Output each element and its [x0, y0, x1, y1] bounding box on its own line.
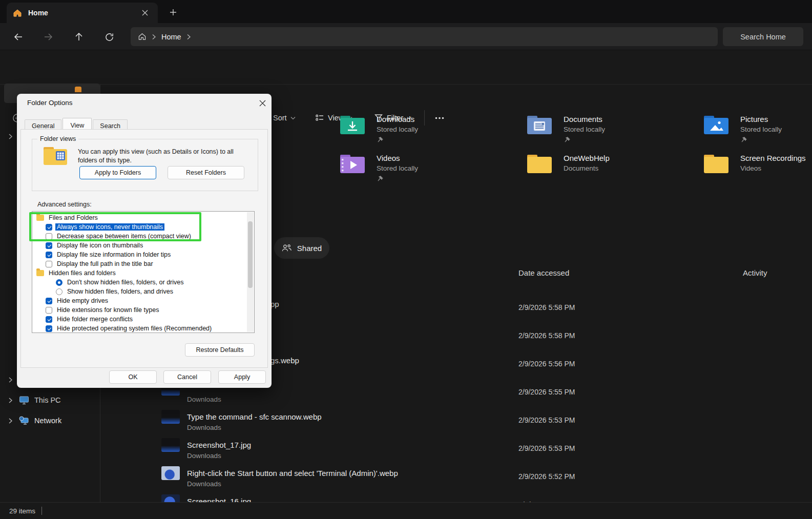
- monitor-icon: [19, 396, 29, 405]
- command-toolbar: New Sort View: [0, 50, 812, 85]
- sidebar-item-network[interactable]: Network: [7, 414, 97, 427]
- restore-defaults-button[interactable]: Restore Defaults: [185, 343, 255, 357]
- quick-access-tile-downloads[interactable]: DownloadsStored locally: [340, 115, 509, 143]
- file-date-accessed: 2/9/2026 5:53 PM: [518, 444, 575, 452]
- file-thumbnail: [161, 410, 180, 424]
- file-row[interactable]: Screenshot_17.jpgDownloads2/9/2026 5:53 …: [100, 437, 812, 465]
- tree-item[interactable]: Files and Folders: [36, 213, 249, 222]
- forward-button[interactable]: [39, 28, 57, 46]
- tree-item[interactable]: Hide protected operating system files (R…: [46, 324, 255, 333]
- column-header-activity[interactable]: Activity: [743, 268, 767, 277]
- status-divider: [41, 507, 42, 515]
- tree-item[interactable]: Always show icons, never thumbnails: [46, 222, 255, 232]
- tree-item[interactable]: Don't show hidden files, folders, or dri…: [56, 278, 255, 287]
- sort-button-label: Sort: [273, 114, 287, 122]
- tree-item[interactable]: Decrease space between items (compact vi…: [46, 232, 255, 241]
- advanced-settings-list[interactable]: Files and FoldersAlways show icons, neve…: [32, 211, 255, 333]
- item-count: 29 items: [9, 507, 35, 515]
- file-row[interactable]: Right-click the Start button and select …: [100, 465, 812, 493]
- file-location: Downloads: [187, 424, 221, 431]
- file-row[interactable]: Type the command - sfc scannow.webpDownl…: [100, 408, 812, 437]
- up-button[interactable]: [70, 28, 88, 46]
- folder-views-icon: [43, 145, 68, 167]
- tree-item[interactable]: Hide empty drives: [46, 296, 255, 305]
- quick-access-tile-pictures[interactable]: PicturesStored locally: [703, 115, 812, 143]
- apply-button[interactable]: Apply: [218, 370, 266, 384]
- chevron-down-icon: [290, 116, 296, 120]
- tile-name: Documents: [564, 115, 605, 123]
- quick-access-tile-documents[interactable]: DocumentsStored locally: [527, 115, 696, 143]
- dialog-close-icon[interactable]: [256, 97, 269, 109]
- checkbox-checked[interactable]: [46, 298, 52, 304]
- breadcrumb[interactable]: Home: [131, 27, 718, 46]
- navigation-bar: Home Search Home: [0, 23, 812, 50]
- radio-button[interactable]: [56, 288, 63, 295]
- sidebar-expand-chevron-icon[interactable]: [7, 418, 14, 424]
- checkbox[interactable]: [46, 233, 52, 240]
- folder-icon-downloads: [340, 115, 365, 143]
- checkbox-checked[interactable]: [46, 252, 52, 258]
- back-button[interactable]: [10, 28, 27, 46]
- status-bar: 29 items: [0, 502, 812, 519]
- sidebar-home-icon: [75, 87, 81, 92]
- tree-item-label: Hide extensions for known file types: [55, 306, 160, 314]
- checkbox-checked[interactable]: [46, 316, 52, 323]
- cancel-button[interactable]: Cancel: [163, 370, 211, 384]
- ok-button[interactable]: OK: [109, 370, 157, 384]
- quick-access-tile-videos[interactable]: VideosStored locally: [340, 154, 509, 182]
- radio-button-selected[interactable]: [56, 279, 63, 286]
- tab-home[interactable]: Home: [7, 3, 158, 23]
- folder-icon-videos: [340, 154, 365, 182]
- tree-item[interactable]: Display the full path in the title bar: [46, 259, 255, 268]
- tree-item[interactable]: Show hidden files, folders, and drives: [56, 287, 255, 296]
- checkbox-checked[interactable]: [46, 224, 52, 231]
- tile-name: Screen Recordings: [740, 154, 806, 162]
- file-date-accessed: 2/9/2026 5:52 PM: [518, 472, 575, 481]
- tree-item-label: Hide folder merge conflicts: [55, 316, 134, 323]
- reset-folders-button[interactable]: Reset Folders: [168, 166, 244, 179]
- tree-item-label: Display the full path in the title bar: [55, 260, 155, 267]
- tab-close-icon[interactable]: [138, 6, 152, 19]
- tile-text: OneWebHelpDocuments: [564, 154, 610, 174]
- tile-name: Downloads: [377, 115, 418, 123]
- tree-item[interactable]: Display file icon on thumbnails: [46, 241, 255, 250]
- tile-subtitle: Stored locally: [740, 126, 782, 133]
- tree-item[interactable]: Hide folder merge conflicts: [46, 315, 255, 324]
- chevron-right-icon: [186, 34, 191, 40]
- tree-item-label: Files and Folders: [47, 214, 99, 221]
- checkbox[interactable]: [46, 307, 52, 314]
- file-date-accessed: 2/9/2026 5:58 PM: [518, 331, 575, 340]
- tree-item-label: Display file icon on thumbnails: [55, 242, 144, 249]
- tile-subtitle: Documents: [564, 164, 610, 172]
- sidebar-item-this-pc[interactable]: This PC: [7, 393, 97, 407]
- file-name: pp: [270, 300, 279, 308]
- checkbox-checked[interactable]: [46, 325, 52, 332]
- sidebar-expand-chevron-icon[interactable]: [7, 377, 14, 384]
- folder-views-description: You can apply this view (such as Details…: [78, 148, 250, 164]
- sidebar-expand-chevron-icon[interactable]: [7, 133, 14, 140]
- tile-subtitle: Stored locally: [377, 164, 418, 172]
- apply-to-folders-button[interactable]: Apply to Folders: [79, 166, 156, 179]
- search-placeholder: Search Home: [740, 33, 786, 41]
- quick-access-tile-screen-recordings[interactable]: Screen RecordingsVideos: [703, 154, 812, 174]
- tree-item[interactable]: Hidden files and folders: [36, 268, 249, 278]
- tree-item[interactable]: Display file size information in folder …: [46, 250, 255, 259]
- breadcrumb-item-home[interactable]: Home: [161, 33, 181, 41]
- file-name: Type the command - sfc scannow.webp: [187, 412, 322, 421]
- quick-access-tile-onewebhelp[interactable]: OneWebHelpDocuments: [527, 154, 696, 174]
- folder-views-legend: Folder views: [37, 135, 78, 142]
- tile-text: DownloadsStored locally: [377, 115, 418, 143]
- refresh-button[interactable]: [100, 28, 118, 46]
- tree-item-label: Hidden files and folders: [47, 269, 117, 277]
- shared-section-button[interactable]: Shared: [274, 237, 329, 259]
- sidebar-expand-chevron-icon[interactable]: [7, 397, 14, 404]
- checkbox[interactable]: [46, 261, 52, 267]
- breadcrumb-home-icon[interactable]: [138, 32, 147, 41]
- new-tab-button[interactable]: [166, 5, 180, 19]
- pin-icon: [564, 136, 605, 143]
- column-header-date-accessed[interactable]: Date accessed: [518, 268, 569, 277]
- tree-item[interactable]: Hide extensions for known file types: [46, 305, 255, 315]
- search-input[interactable]: Search Home: [723, 27, 803, 46]
- tile-text: VideosStored locally: [377, 154, 418, 182]
- checkbox-checked[interactable]: [46, 242, 52, 249]
